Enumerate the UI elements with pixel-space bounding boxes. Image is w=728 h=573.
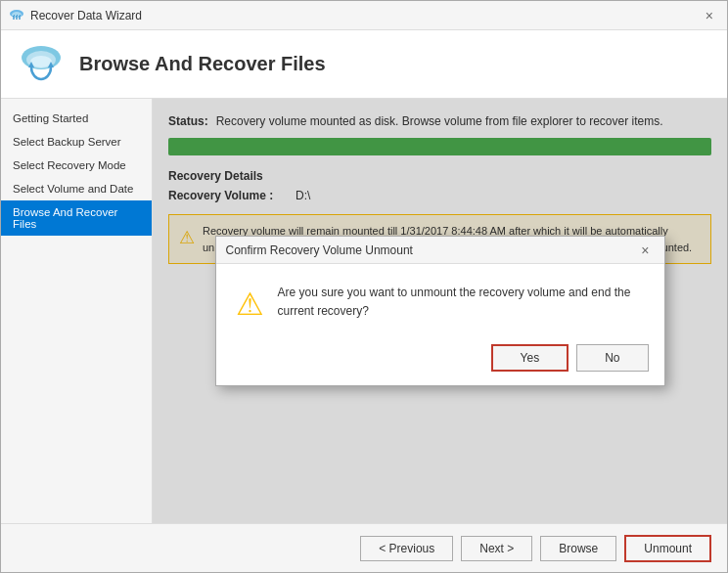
dialog-footer: Yes No — [216, 336, 664, 385]
window-title: Recover Data Wizard — [30, 9, 700, 22]
dialog-body: ⚠ Are you sure you want to unmount the r… — [216, 264, 664, 336]
dialog-title-bar: Confirm Recovery Volume Unmount × — [216, 237, 664, 264]
dialog-overlay: Confirm Recovery Volume Unmount × ⚠ Are … — [153, 99, 727, 523]
next-button[interactable]: Next > — [461, 536, 532, 561]
main-window: Recover Data Wizard × Browse And Recover… — [0, 0, 728, 573]
title-bar-icon — [9, 8, 24, 23]
dialog-close-button[interactable]: × — [636, 242, 654, 259]
dialog-title: Confirm Recovery Volume Unmount — [226, 243, 637, 257]
sidebar-item-browse-recover-files[interactable]: Browse And Recover Files — [1, 200, 152, 236]
wizard-footer: < Previous Next > Browse Unmount — [1, 523, 727, 572]
svg-point-4 — [30, 56, 52, 67]
sidebar-item-select-backup-server[interactable]: Select Backup Server — [1, 130, 152, 154]
confirm-dialog: Confirm Recovery Volume Unmount × ⚠ Are … — [215, 236, 665, 386]
dialog-no-button[interactable]: No — [576, 344, 648, 372]
previous-button[interactable]: < Previous — [360, 536, 453, 561]
header-icon — [17, 40, 66, 89]
wizard-content: Getting Started Select Backup Server Sel… — [1, 99, 727, 523]
dialog-warning-icon: ⚠ — [236, 286, 264, 323]
dialog-message: Are you sure you want to unmount the rec… — [278, 284, 645, 321]
wizard-header: Browse And Recover Files — [1, 30, 727, 99]
page-title: Browse And Recover Files — [79, 53, 326, 75]
sidebar-item-getting-started[interactable]: Getting Started — [1, 107, 152, 130]
unmount-button[interactable]: Unmount — [624, 535, 711, 562]
sidebar-item-select-recovery-mode[interactable]: Select Recovery Mode — [1, 154, 152, 177]
dialog-yes-button[interactable]: Yes — [491, 344, 569, 372]
main-area: Status: Recovery volume mounted as disk.… — [153, 99, 727, 523]
browse-button[interactable]: Browse — [540, 536, 616, 561]
sidebar: Getting Started Select Backup Server Sel… — [1, 99, 153, 523]
window-close-button[interactable]: × — [700, 6, 719, 25]
title-bar: Recover Data Wizard × — [1, 1, 727, 30]
sidebar-item-select-volume-date[interactable]: Select Volume and Date — [1, 177, 152, 200]
